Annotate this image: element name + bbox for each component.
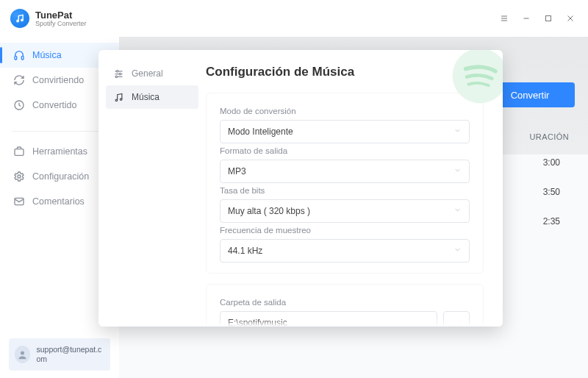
field-label-out-format: Formato de salida xyxy=(220,146,470,155)
gear-icon xyxy=(13,171,25,182)
select-value: Modo Inteligente xyxy=(228,126,293,137)
support-card[interactable]: support@tunepat.com xyxy=(9,338,110,371)
headphones-icon xyxy=(13,49,25,61)
chevron-down-icon xyxy=(453,166,462,176)
mail-icon xyxy=(13,196,25,207)
svg-rect-6 xyxy=(546,16,551,21)
select-bitrate[interactable]: Muy alta ( 320 kbps ) xyxy=(220,199,470,223)
column-header-duration: URACIÓN xyxy=(529,132,569,141)
sidebar-item-label: Convertido xyxy=(32,100,76,110)
select-value: 44.1 kHz xyxy=(228,246,262,256)
output-folder-input[interactable]: E:\spotifymusic xyxy=(220,311,437,327)
sidebar-item-label: Herramientas xyxy=(32,146,87,157)
modal-sidebar: General Música xyxy=(98,50,206,327)
settings-card-audio: Modo de conversión Modo Inteligente Form… xyxy=(206,93,484,274)
sliders-icon xyxy=(113,68,124,79)
modal-tab-music[interactable]: Música xyxy=(106,85,198,109)
brand-name: TunePat xyxy=(35,10,87,21)
chevron-down-icon xyxy=(453,206,462,216)
maximize-button[interactable] xyxy=(538,8,559,29)
brand-subtitle: Spotify Converter xyxy=(35,20,87,27)
clock-icon xyxy=(13,99,25,111)
select-conv-mode[interactable]: Modo Inteligente xyxy=(220,120,470,143)
title-bar: TunePat Spotify Converter xyxy=(0,0,588,37)
svg-point-15 xyxy=(21,351,24,354)
svg-rect-10 xyxy=(21,56,24,60)
field-label-conv-mode: Modo de conversión xyxy=(220,107,470,115)
browse-folder-button[interactable]: ... xyxy=(443,311,470,327)
briefcase-icon xyxy=(13,146,25,157)
field-label-samplerate: Frecuencia de muestreo xyxy=(220,226,470,235)
logo-icon xyxy=(10,9,29,28)
modal-tab-label: Música xyxy=(132,92,159,102)
svg-rect-12 xyxy=(15,149,24,156)
settings-card-output: Carpeta de salida E:\spotifymusic ... xyxy=(206,284,484,327)
app-window: TunePat Spotify Converter xyxy=(0,0,588,378)
music-icon xyxy=(113,92,124,103)
svg-point-22 xyxy=(119,73,121,75)
sidebar-item-label: Comentarios xyxy=(32,196,85,207)
svg-point-0 xyxy=(17,20,18,21)
sidebar-item-label: Música xyxy=(32,50,62,60)
svg-rect-9 xyxy=(15,56,17,60)
sidebar-item-label: Configuración xyxy=(32,171,89,182)
chevron-down-icon xyxy=(453,246,462,256)
svg-point-1 xyxy=(21,19,23,21)
support-email: support@tunepat.com xyxy=(36,345,104,364)
svg-point-23 xyxy=(115,76,118,78)
field-label-bitrate: Tasa de bits xyxy=(220,186,470,195)
svg-point-24 xyxy=(115,99,118,101)
close-button[interactable] xyxy=(560,8,581,29)
modal-tab-general[interactable]: General xyxy=(106,62,198,85)
sidebar-divider xyxy=(12,131,107,132)
sidebar-item-label: Convirtiendo xyxy=(32,75,84,85)
chevron-down-icon xyxy=(453,126,462,137)
window-buttons xyxy=(494,8,581,29)
duration-value: 2:35 xyxy=(543,216,560,227)
refresh-icon xyxy=(13,74,25,86)
select-value: MP3 xyxy=(228,166,246,176)
select-value: Muy alta ( 320 kbps ) xyxy=(228,206,310,216)
modal-tab-label: General xyxy=(132,68,163,79)
app-logo: TunePat Spotify Converter xyxy=(10,9,87,28)
minimize-button[interactable] xyxy=(516,8,537,29)
settings-modal: General Música Configuración de Música xyxy=(98,50,503,327)
svg-point-13 xyxy=(18,175,21,178)
duration-value: 3:00 xyxy=(543,157,560,168)
select-out-format[interactable]: MP3 xyxy=(220,160,470,183)
modal-title: Configuración de Música xyxy=(206,65,484,79)
menu-button[interactable] xyxy=(494,8,514,29)
modal-content: Configuración de Música Modo de conversi… xyxy=(206,50,503,327)
svg-point-25 xyxy=(120,98,122,100)
output-folder-value: E:\spotifymusic xyxy=(228,318,287,327)
duration-value: 3:50 xyxy=(543,187,560,197)
field-label-out-folder: Carpeta de salida xyxy=(220,298,470,307)
svg-point-21 xyxy=(116,70,118,72)
avatar-icon xyxy=(15,346,30,363)
spotify-logo-icon xyxy=(451,50,503,104)
select-samplerate[interactable]: 44.1 kHz xyxy=(220,239,470,263)
